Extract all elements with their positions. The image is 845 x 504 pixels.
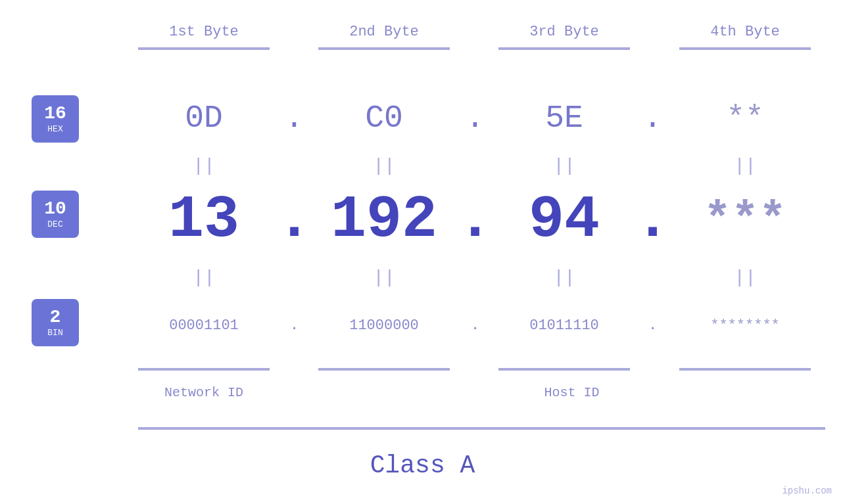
bin-value-col4: ******** — [679, 299, 811, 352]
eq1-col3: || — [498, 151, 630, 180]
full-bottom-bracket — [138, 427, 825, 430]
dec-value-col2: 192 — [318, 184, 450, 256]
hex-dot1: . — [276, 92, 312, 145]
bin-badge-label: BIN — [47, 328, 62, 338]
bin-badge-number: 2 — [50, 308, 61, 327]
eq2-col1: || — [138, 263, 270, 292]
eq1-col2: || — [318, 151, 450, 180]
bin-value-col3: 01011110 — [498, 299, 630, 352]
hex-value-col3: 5E — [498, 92, 630, 145]
dec-value-col1: 13 — [138, 184, 270, 256]
watermark: ipshu.com — [782, 486, 832, 496]
bin-dot2: . — [457, 299, 493, 352]
dec-badge: 10 DEC — [32, 191, 79, 238]
dec-dot2: . — [457, 184, 493, 256]
eq2-col4: || — [679, 263, 811, 292]
hex-dot3: . — [635, 92, 671, 145]
dec-value-col4: *** — [679, 184, 811, 256]
network-id-label: Network ID — [138, 378, 270, 407]
host-id-label: Host ID — [318, 378, 825, 407]
header-col3: 3rd Byte — [498, 18, 630, 45]
hex-badge: 16 HEX — [32, 95, 79, 143]
bin-value-col2: 11000000 — [318, 299, 450, 352]
hex-value-col2: C0 — [318, 92, 450, 145]
bottom-bracket-col1 — [138, 368, 270, 371]
eq1-col4: || — [679, 151, 811, 180]
dec-dot1: . — [276, 184, 312, 256]
header-col4: 4th Byte — [679, 18, 811, 45]
dec-badge-number: 10 — [44, 200, 66, 218]
hex-dot2: . — [457, 92, 493, 145]
eq1-col1: || — [138, 151, 270, 180]
eq2-col2: || — [318, 263, 450, 292]
bottom-bracket-col2 — [318, 368, 450, 371]
hex-value-col1: 0D — [138, 92, 270, 145]
top-bracket-col2 — [318, 47, 450, 50]
header-col2: 2nd Byte — [318, 18, 450, 45]
top-bracket-col1 — [138, 47, 270, 50]
bin-dot1: . — [276, 299, 312, 352]
hex-badge-label: HEX — [47, 124, 62, 134]
main-layout: 16 HEX 10 DEC 2 BIN 1st Byte 2nd Byte 3r… — [0, 0, 845, 504]
top-bracket-col3 — [498, 47, 630, 50]
bin-badge: 2 BIN — [32, 299, 79, 346]
hex-value-col4: ** — [679, 92, 811, 145]
dec-badge-label: DEC — [47, 219, 62, 229]
bin-dot3: . — [635, 299, 671, 352]
bottom-bracket-col3 — [498, 368, 630, 371]
dec-dot3: . — [635, 184, 671, 256]
bottom-bracket-col4 — [679, 368, 811, 371]
class-label: Class A — [0, 447, 845, 484]
header-col1: 1st Byte — [138, 18, 270, 45]
top-bracket-col4 — [679, 47, 811, 50]
bin-value-col1: 00001101 — [138, 299, 270, 352]
eq2-col3: || — [498, 263, 630, 292]
dec-value-col3: 94 — [498, 184, 630, 256]
hex-badge-number: 16 — [44, 104, 66, 123]
